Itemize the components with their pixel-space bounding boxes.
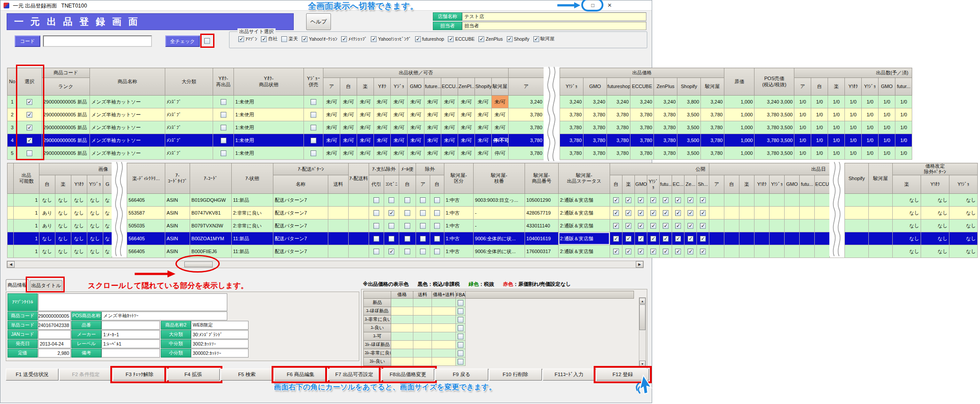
public-checkbox[interactable] xyxy=(613,197,619,203)
close-button[interactable]: ✕ xyxy=(604,1,615,10)
exclude-checkbox[interactable] xyxy=(420,223,426,229)
shipping-cell[interactable] xyxy=(413,332,432,341)
fba-cell[interactable] xyxy=(456,341,466,349)
public-checkbox[interactable] xyxy=(626,197,631,203)
public-checkbox[interactable] xyxy=(638,236,644,242)
public-checkbox[interactable] xyxy=(650,236,656,242)
payment-exclude-cell[interactable] xyxy=(369,207,384,219)
f11-button[interactable]: F11ｺｰﾄﾞ入力 xyxy=(543,369,595,381)
fba-cell[interactable] xyxy=(456,358,466,366)
f12-button[interactable]: F12 登録 xyxy=(596,369,649,381)
select-cell[interactable] xyxy=(17,96,42,108)
site-checkbox-8[interactable]: ECCUBE xyxy=(448,36,474,42)
public-cell[interactable] xyxy=(684,194,697,207)
site-checkbox-2[interactable]: 自社 xyxy=(261,36,277,42)
check-all-checkbox[interactable] xyxy=(204,38,210,44)
relist-checkbox[interactable] xyxy=(221,125,226,131)
shipping-cell[interactable] xyxy=(413,299,432,307)
site-checkbox-box[interactable] xyxy=(302,36,307,42)
site-checkbox-7[interactable]: futureshop xyxy=(415,36,444,42)
public-checkbox[interactable] xyxy=(613,223,619,229)
heibai-cell[interactable] xyxy=(304,96,323,108)
check-all-button[interactable]: 全チェック xyxy=(165,35,200,47)
site-checkbox-4[interactable]: Yahoo!ｵｰｸｼｮﾝ xyxy=(302,36,337,42)
jan-code-field[interactable] xyxy=(38,330,71,339)
name2-field[interactable]: WEB限定 xyxy=(191,321,249,330)
detail-row-1[interactable]: 1なしなしなしなしな566405ASINB019GDQHGW11:新品配送パター… xyxy=(8,194,978,207)
site-checkbox-box[interactable] xyxy=(341,36,347,42)
public-cell[interactable] xyxy=(697,207,709,219)
public-checkbox[interactable] xyxy=(688,249,693,254)
payment-exclude-cell[interactable] xyxy=(369,232,384,245)
f2-button[interactable]: F2 条件指定 xyxy=(59,369,112,381)
fba-checkbox[interactable] xyxy=(458,325,463,331)
major-category-field[interactable]: 30:ﾒﾝｽﾞﾌﾞﾗﾝﾄﾞ xyxy=(191,330,249,339)
public-cell[interactable] xyxy=(684,207,697,219)
public-cell[interactable] xyxy=(622,245,635,258)
detail-row-3[interactable]: 1ありなしなしなしな505035ASINB079TVXN3W2:非常に良い配送パ… xyxy=(8,219,978,232)
public-cell[interactable] xyxy=(610,245,622,258)
public-cell[interactable] xyxy=(647,194,660,207)
shipping-cell[interactable] xyxy=(413,341,432,349)
public-checkbox[interactable] xyxy=(638,210,644,216)
site-checkbox-5[interactable]: ﾒｲｸｼｮｯﾌﾟ xyxy=(341,36,367,42)
site-checkbox-11[interactable]: 駿河屋 xyxy=(533,36,555,42)
heibai-cell[interactable] xyxy=(304,108,323,121)
scrollbar-thumb[interactable] xyxy=(184,262,213,267)
f1-button[interactable]: F1 送受信状況 xyxy=(6,369,58,381)
item-code-field[interactable]: 240167042338 xyxy=(38,321,71,330)
public-checkbox[interactable] xyxy=(700,223,706,229)
exclude-cell[interactable] xyxy=(416,219,430,232)
maker-field[interactable]: 1:ﾒｰｶｰ1 xyxy=(101,330,160,339)
f10-button[interactable]: F10 行削除 xyxy=(489,369,542,381)
payment-exclude-cell[interactable] xyxy=(369,245,384,258)
site-checkbox-box[interactable] xyxy=(261,36,267,42)
price-plus-shipping-cell[interactable] xyxy=(432,332,456,341)
product-row-2[interactable]: 2290000000005 新品メンズ半袖カットソーﾒﾝｽﾞﾌﾞ1:未使用未/可… xyxy=(8,108,912,121)
public-cell[interactable] xyxy=(635,207,647,219)
public-cell[interactable] xyxy=(660,232,672,245)
list-price-field[interactable]: 2,980 xyxy=(38,349,71,358)
row-select-checkbox[interactable] xyxy=(27,99,32,105)
public-cell[interactable] xyxy=(622,232,635,245)
exclude-checkbox[interactable] xyxy=(434,210,440,216)
mailbin-checkbox[interactable] xyxy=(404,249,410,254)
mailbin-checkbox[interactable] xyxy=(404,223,410,229)
public-checkbox[interactable] xyxy=(613,210,619,216)
public-checkbox[interactable] xyxy=(688,197,693,203)
public-checkbox[interactable] xyxy=(700,197,706,203)
select-cell[interactable] xyxy=(17,121,42,134)
public-cell[interactable] xyxy=(672,219,684,232)
product-row-3[interactable]: 3290000000005 新品メンズ半袖カットソーﾒﾝｽﾞﾌﾞ1:未使用未/可… xyxy=(8,121,912,134)
site-checkbox-3[interactable]: 楽天 xyxy=(281,36,298,42)
payment-exclude-checkbox[interactable] xyxy=(389,236,394,242)
heibai-cell[interactable] xyxy=(304,121,323,134)
product-row-4[interactable]: 4290000000005 新品メンズ半袖カットソーﾒﾝｽﾞﾌﾞ1:未使用未/可… xyxy=(8,134,912,147)
public-cell[interactable] xyxy=(697,245,709,258)
scroll-up-button[interactable]: ▲ xyxy=(639,298,646,304)
product-row-1[interactable]: 1290000000005 新品メンズ半袖カットソーﾒﾝｽﾞﾌﾞ1:未使用未/可… xyxy=(8,96,912,108)
exclude-cell[interactable] xyxy=(416,207,430,219)
scroll-down-button[interactable]: ▼ xyxy=(639,361,646,367)
mailbin-checkbox[interactable] xyxy=(404,236,410,242)
mailbin-cell[interactable] xyxy=(399,194,416,207)
product-code-field[interactable]: 290000000005 xyxy=(38,312,71,320)
store-name-field[interactable]: テスト店 xyxy=(462,12,646,21)
fba-cell[interactable] xyxy=(456,349,466,358)
public-cell[interactable] xyxy=(647,245,660,258)
public-checkbox[interactable] xyxy=(663,249,669,254)
mailbin-cell[interactable] xyxy=(399,219,416,232)
public-cell[interactable] xyxy=(660,194,672,207)
shipping-cell[interactable] xyxy=(413,316,432,324)
shipping-cell[interactable] xyxy=(413,349,432,358)
public-checkbox[interactable] xyxy=(613,236,619,242)
public-cell[interactable] xyxy=(622,207,635,219)
price-cell[interactable] xyxy=(391,316,413,324)
public-cell[interactable] xyxy=(697,194,709,207)
public-checkbox[interactable] xyxy=(663,236,669,242)
f6-button[interactable]: F6 商品編集 xyxy=(274,369,327,381)
public-cell[interactable] xyxy=(660,207,672,219)
payment-exclude-checkbox[interactable] xyxy=(389,197,394,203)
public-checkbox[interactable] xyxy=(675,197,681,203)
horizontal-scrollbar[interactable]: ◀ ▶ xyxy=(7,261,644,268)
